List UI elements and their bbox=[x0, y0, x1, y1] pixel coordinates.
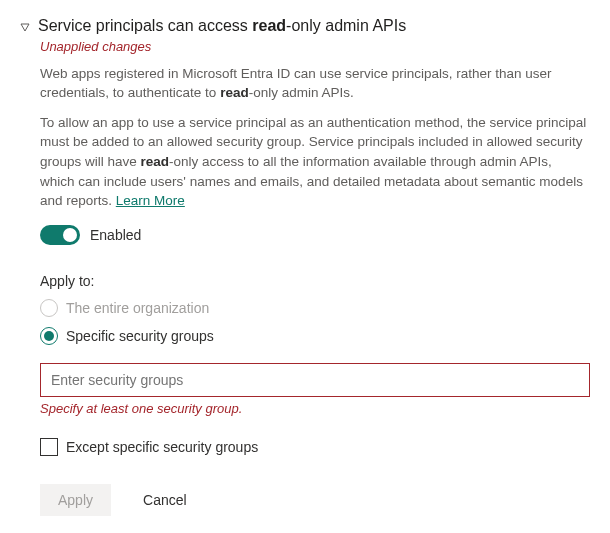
apply-button[interactable]: Apply bbox=[40, 484, 111, 516]
apply-to-label: Apply to: bbox=[40, 273, 590, 289]
enabled-toggle[interactable] bbox=[40, 225, 80, 245]
except-groups-label: Except specific security groups bbox=[66, 439, 258, 455]
collapse-icon[interactable] bbox=[20, 19, 30, 35]
radio-icon[interactable] bbox=[40, 327, 58, 345]
radio-specific-groups[interactable]: Specific security groups bbox=[40, 327, 590, 345]
cancel-button[interactable]: Cancel bbox=[139, 484, 191, 516]
radio-icon bbox=[40, 299, 58, 317]
checkbox-icon[interactable] bbox=[40, 438, 58, 456]
setting-title: Service principals can access read-only … bbox=[38, 16, 406, 37]
learn-more-link[interactable]: Learn More bbox=[116, 193, 185, 208]
security-groups-input[interactable] bbox=[40, 363, 590, 397]
radio-label-groups: Specific security groups bbox=[66, 328, 214, 344]
enabled-toggle-label: Enabled bbox=[90, 227, 141, 243]
setting-description: Web apps registered in Microsoft Entra I… bbox=[40, 64, 590, 211]
radio-entire-org: The entire organization bbox=[40, 299, 590, 317]
input-error-message: Specify at least one security group. bbox=[40, 401, 590, 416]
unapplied-changes-label: Unapplied changes bbox=[40, 39, 590, 54]
radio-label-org: The entire organization bbox=[66, 300, 209, 316]
except-groups-checkbox-row[interactable]: Except specific security groups bbox=[40, 438, 590, 456]
